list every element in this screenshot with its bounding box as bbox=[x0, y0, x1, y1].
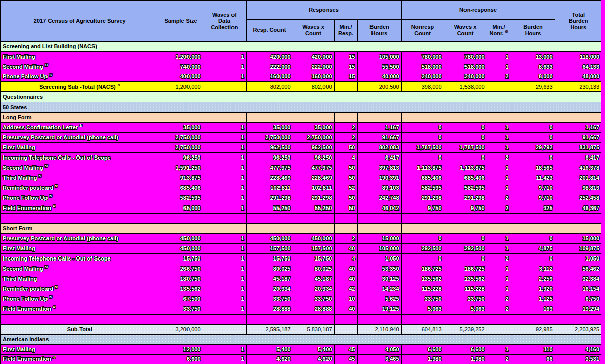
cell-value[interactable]: 518,000 bbox=[401, 62, 444, 72]
cell-value[interactable]: 2,750,000 bbox=[293, 132, 334, 142]
cell-value[interactable]: 92,985 bbox=[511, 324, 555, 334]
header-nonresp-waves-x-count[interactable]: Waves x Count bbox=[444, 19, 487, 41]
cell-value[interactable]: 2 bbox=[334, 122, 357, 132]
cell-value[interactable] bbox=[555, 112, 602, 122]
cell-value[interactable]: 186,725 bbox=[401, 264, 444, 274]
cell-value[interactable]: 450,000 bbox=[246, 233, 293, 243]
cell-value[interactable]: 2 bbox=[487, 72, 511, 82]
cell-value[interactable]: 1,167 bbox=[555, 122, 602, 132]
cell-value[interactable]: 240,000 bbox=[401, 72, 444, 82]
cell-value[interactable]: 1,113,875 bbox=[444, 163, 487, 173]
cell-value[interactable]: 20,334 bbox=[293, 284, 334, 294]
cell-value[interactable] bbox=[203, 82, 246, 92]
row-label[interactable]: Incoming Telephone Calls - Out of Scope bbox=[1, 253, 159, 264]
cell-value[interactable]: 48,000 bbox=[555, 72, 602, 82]
cell-value[interactable]: 0 bbox=[401, 122, 444, 132]
cell-value[interactable]: 29,792 bbox=[511, 142, 555, 152]
cell-value[interactable]: 2 bbox=[487, 294, 511, 304]
cell-value[interactable] bbox=[444, 213, 487, 223]
cell-value[interactable]: 1 bbox=[487, 284, 511, 294]
row-label[interactable]: Presurvey Postcard or Autodial (phone ca… bbox=[1, 132, 159, 142]
cell-value[interactable]: 2,259 bbox=[511, 274, 555, 284]
cell-value[interactable]: 2 bbox=[487, 354, 511, 364]
cell-value[interactable] bbox=[555, 223, 602, 233]
cell-value[interactable]: 15 bbox=[334, 62, 357, 72]
cell-value[interactable]: 115,228 bbox=[401, 284, 444, 294]
cell-value[interactable]: 1 bbox=[203, 142, 246, 152]
cell-value[interactable]: 186,725 bbox=[444, 264, 487, 274]
cell-value[interactable]: 4,875 bbox=[511, 243, 555, 253]
cell-value[interactable]: 80,025 bbox=[246, 264, 293, 274]
cell-value[interactable] bbox=[159, 112, 203, 122]
cell-value[interactable]: 102,811 bbox=[293, 183, 334, 193]
cell-value[interactable]: 91,667 bbox=[357, 132, 401, 142]
cell-value[interactable]: 0 bbox=[511, 233, 555, 243]
cell-value[interactable]: 266,750 bbox=[159, 264, 203, 274]
cell-value[interactable]: 1,787,500 bbox=[401, 142, 444, 152]
row-label[interactable]: Reminder postcard 5/ bbox=[1, 183, 159, 193]
cell-value[interactable]: 118,000 bbox=[555, 51, 602, 62]
cell-value[interactable]: 242,748 bbox=[357, 193, 401, 203]
cell-value[interactable] bbox=[246, 223, 293, 233]
cell-value[interactable]: 1 bbox=[203, 253, 246, 264]
cell-value[interactable]: 1 bbox=[203, 354, 246, 364]
cell-value[interactable]: 780,000 bbox=[401, 51, 444, 62]
cell-value[interactable]: 96,250 bbox=[246, 152, 293, 163]
row-label[interactable]: Field Enumeration 4/ bbox=[1, 354, 159, 364]
cell-value[interactable]: 450,000 bbox=[293, 233, 334, 243]
cell-value[interactable]: 8,000 bbox=[511, 72, 555, 82]
cell-value[interactable]: 6,417 bbox=[357, 152, 401, 163]
cell-value[interactable]: 291,298 bbox=[401, 193, 444, 203]
cell-value[interactable]: 10 bbox=[334, 294, 357, 304]
cell-value[interactable] bbox=[293, 314, 334, 324]
cell-value[interactable]: 28,888 bbox=[246, 304, 293, 314]
cell-value[interactable]: 400,000 bbox=[159, 72, 203, 82]
cell-value[interactable] bbox=[401, 314, 444, 324]
cell-value[interactable]: 9,710 bbox=[511, 193, 555, 203]
blank-cell[interactable] bbox=[1, 213, 159, 223]
cell-value[interactable]: 0 bbox=[401, 132, 444, 142]
cell-value[interactable]: 2 bbox=[334, 132, 357, 142]
cell-value[interactable] bbox=[203, 314, 246, 324]
cell-value[interactable]: 1 bbox=[487, 233, 511, 243]
cell-value[interactable] bbox=[511, 112, 555, 122]
header-group-responses[interactable]: Responses bbox=[246, 1, 401, 19]
cell-value[interactable]: 0 bbox=[444, 233, 487, 243]
cell-value[interactable]: 2 bbox=[487, 203, 511, 213]
cell-value[interactable]: 1 bbox=[203, 51, 246, 62]
header-total-burden-hours[interactable]: Total Burden Hours bbox=[555, 1, 602, 41]
cell-value[interactable]: 14,234 bbox=[357, 284, 401, 294]
cell-value[interactable]: 11,423 bbox=[511, 173, 555, 183]
cell-value[interactable]: 291,298 bbox=[444, 193, 487, 203]
cell-value[interactable] bbox=[487, 314, 511, 324]
cell-value[interactable]: 13,000 bbox=[511, 51, 555, 62]
cell-value[interactable]: 3,531 bbox=[555, 354, 602, 364]
cell-value[interactable]: 5,400 bbox=[293, 344, 334, 354]
cell-value[interactable]: 45,187 bbox=[246, 274, 293, 284]
cell-value[interactable]: 1 bbox=[487, 274, 511, 284]
cell-value[interactable]: 1 bbox=[203, 274, 246, 284]
cell-value[interactable]: 1 bbox=[203, 62, 246, 72]
row-label[interactable]: Third Mailing bbox=[1, 274, 159, 284]
cell-value[interactable]: 0 bbox=[511, 253, 555, 264]
cell-value[interactable]: 292,500 bbox=[401, 243, 444, 253]
cell-value[interactable] bbox=[293, 112, 334, 122]
cell-value[interactable]: 1 bbox=[203, 183, 246, 193]
cell-value[interactable]: 35,000 bbox=[246, 122, 293, 132]
cell-value[interactable]: 15 bbox=[334, 72, 357, 82]
cell-value[interactable] bbox=[401, 223, 444, 233]
cell-value[interactable]: 3,200,000 bbox=[159, 324, 203, 334]
cell-value[interactable]: 0 bbox=[511, 152, 555, 163]
cell-value[interactable]: 80,025 bbox=[293, 264, 334, 274]
row-label[interactable]: Phone Follow Up 2/ bbox=[1, 72, 159, 82]
cell-value[interactable]: 4 bbox=[334, 253, 357, 264]
cell-value[interactable]: 962,500 bbox=[246, 142, 293, 152]
cell-value[interactable]: 582,595 bbox=[159, 193, 203, 203]
blank-cell[interactable] bbox=[1, 314, 159, 324]
row-label[interactable]: Third Mailing 5/ bbox=[1, 173, 159, 183]
cell-value[interactable]: 50 bbox=[334, 142, 357, 152]
cell-value[interactable]: 0 bbox=[511, 122, 555, 132]
cell-value[interactable]: 831,875 bbox=[555, 142, 602, 152]
cell-value[interactable]: 1,050 bbox=[357, 253, 401, 264]
cell-value[interactable]: 240,000 bbox=[444, 72, 487, 82]
